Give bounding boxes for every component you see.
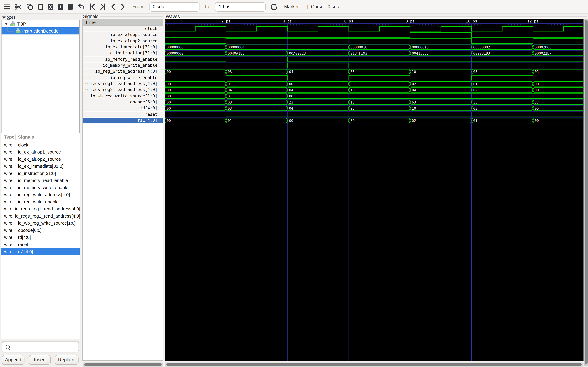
svg-text:13: 13 — [351, 100, 355, 104]
step-back-icon[interactable] — [110, 3, 116, 10]
cut-icon[interactable] — [15, 3, 22, 10]
waves-hscrollbar[interactable] — [165, 362, 583, 366]
signals-list-item[interactable]: io_ex_aluop2_source — [83, 38, 163, 44]
signals-list-item[interactable]: io_instruction[31:0] — [83, 50, 163, 56]
signal-name: io_memory_read_enable — [16, 178, 68, 183]
svg-text:33: 33 — [473, 100, 477, 104]
step-forward-icon[interactable] — [120, 3, 125, 10]
append-button[interactable]: Append — [2, 355, 24, 365]
svg-text:03: 03 — [351, 70, 355, 74]
waves-canvas[interactable]: 02 ps4 ps6 ps8 ps10 ps12 ps0000000000000… — [165, 19, 583, 361]
sidebar: SST TOPInstructionDecode Type Signals wi… — [0, 14, 81, 367]
signal-table-header[interactable]: Type Signals — [1, 133, 80, 141]
signals-list-item[interactable]: io_wb_reg_write_source[1:0] — [83, 93, 163, 99]
signals-list-item[interactable]: rs1[4:0] — [83, 117, 163, 124]
svg-text:01: 01 — [228, 82, 232, 86]
menu-icon[interactable] — [4, 4, 10, 9]
signal-table-row[interactable]: wireio_reg_write_address[4:0] — [1, 191, 80, 198]
signal-table-row[interactable]: wireclock — [1, 141, 80, 148]
signals-list-item[interactable]: opcode[6:0] — [83, 99, 163, 105]
undo-icon[interactable] — [77, 4, 85, 10]
tree-node-top[interactable]: TOP — [1, 20, 79, 27]
signal-table-row[interactable]: wireio_ex_aluop1_source — [1, 148, 80, 156]
signal-search[interactable] — [2, 341, 79, 352]
to-input[interactable] — [215, 2, 266, 11]
tree-node-instructiondecode[interactable]: InstructionDecode — [1, 27, 79, 34]
signal-type: wire — [1, 199, 15, 204]
signals-list-item[interactable]: io_reg_write_address[4:0] — [83, 69, 163, 75]
svg-text:03: 03 — [351, 106, 355, 110]
waves-vscrollbar[interactable] — [584, 19, 588, 366]
signal-name: io_ex_immediate[31:0] — [16, 163, 63, 169]
zoom-out-icon[interactable] — [68, 3, 73, 10]
gtkwave-window: From: To: Marker: -- | Cursor: 0 sec SST… — [0, 0, 588, 367]
svg-text:23: 23 — [289, 100, 293, 104]
waves-vscrollbar-thumb[interactable] — [585, 20, 587, 364]
signal-table-row[interactable]: wireio_wb_reg_write_source[1:0] — [1, 219, 80, 227]
signals-list-item[interactable]: clock — [83, 26, 163, 32]
signal-table-row[interactable]: wireio_ex_aluop2_source — [1, 155, 80, 163]
signal-table-row[interactable]: wireio_regs_reg2_read_address[4:0] — [1, 212, 80, 220]
signal-table-row[interactable]: wirereset — [1, 241, 80, 248]
signal-table-row[interactable]: wireio_regs_reg1_read_address[4:0] — [1, 205, 80, 212]
copy-icon[interactable] — [26, 3, 33, 10]
signal-table-row[interactable]: wireio_instruction[31:0] — [1, 170, 80, 177]
from-input[interactable] — [149, 2, 200, 11]
signals-list-item[interactable]: io_regs_reg1_read_address[4:0] — [83, 81, 163, 87]
go-to-start-icon[interactable] — [89, 3, 95, 10]
column-signals[interactable]: Signals — [16, 134, 34, 140]
svg-text:0: 0 — [165, 19, 166, 23]
signal-name: opcode[6:0] — [16, 227, 42, 233]
signal-table-row[interactable]: wireopcode[6:0] — [1, 227, 80, 234]
time-header[interactable]: Time — [83, 19, 163, 26]
svg-text:02: 02 — [473, 88, 477, 92]
tree-node-icon — [10, 21, 17, 27]
signal-type: wire — [1, 192, 15, 197]
tree-expander-icon[interactable] — [5, 23, 8, 25]
replace-button[interactable]: Replace — [55, 355, 78, 365]
svg-text:10 ps: 10 ps — [466, 19, 477, 23]
insert-button[interactable]: Insert — [29, 355, 51, 365]
svg-text:03: 03 — [473, 106, 477, 110]
signals-list-item[interactable]: io_ex_aluop1_source — [83, 32, 163, 38]
signals-list-item[interactable]: io_ex_immediate[31:0] — [83, 44, 163, 50]
signal-type: wire — [1, 234, 15, 240]
signal-type: wire — [1, 156, 15, 161]
signals-list-item[interactable]: rd[4:0] — [83, 105, 163, 111]
signals-list-item[interactable]: io_reg_write_enable — [83, 75, 163, 81]
signals-list-item[interactable]: io_memory_write_enable — [83, 63, 163, 69]
signal-type: wire — [1, 171, 15, 176]
signal-table-row[interactable]: wirers1[4:0] — [1, 248, 80, 255]
marker-status: Marker: -- | Cursor: 0 sec — [284, 4, 339, 9]
go-to-end-icon[interactable] — [100, 3, 106, 10]
svg-text:00: 00 — [167, 82, 171, 86]
reload-icon[interactable] — [270, 3, 278, 10]
svg-text:8 ps: 8 ps — [406, 19, 415, 23]
waves-panel-title: Waves — [166, 14, 180, 19]
signal-table-row[interactable]: wireio_memory_read_enable — [1, 177, 80, 184]
zoom-fit-icon[interactable] — [48, 3, 53, 10]
signal-name: rs1[4:0] — [16, 249, 33, 254]
svg-text:00: 00 — [167, 100, 171, 104]
sst-label: SST — [7, 15, 16, 20]
search-icon — [6, 345, 10, 349]
waves-hscrollbar-thumb[interactable] — [166, 363, 582, 366]
signal-table-row[interactable]: wirerd[4:0] — [1, 234, 80, 241]
svg-text:6 ps: 6 ps — [344, 19, 353, 23]
sst-expander-icon[interactable] — [2, 17, 6, 19]
signals-list-item[interactable]: io_memory_read_enable — [83, 56, 163, 63]
signals-hscrollbar-thumb[interactable] — [84, 363, 162, 366]
svg-text:04: 04 — [412, 88, 416, 92]
signal-type: wire — [1, 249, 15, 254]
sst-header[interactable]: SST — [2, 15, 16, 20]
signal-table-row[interactable]: wireio_reg_write_enable — [1, 198, 80, 205]
paste-icon[interactable] — [37, 3, 43, 10]
zoom-in-icon[interactable] — [58, 3, 63, 10]
signal-table-row[interactable]: wireio_memory_write_enable — [1, 184, 80, 191]
signal-table-row[interactable]: wireio_ex_immediate[31:0] — [1, 163, 80, 170]
signals-hscrollbar[interactable] — [83, 362, 163, 366]
signals-list-item[interactable]: reset — [83, 111, 163, 117]
tree-node-label: TOP — [17, 21, 26, 26]
column-type[interactable]: Type — [1, 134, 15, 140]
signals-list-item[interactable]: io_regs_reg2_read_address[4:0] — [83, 87, 163, 93]
